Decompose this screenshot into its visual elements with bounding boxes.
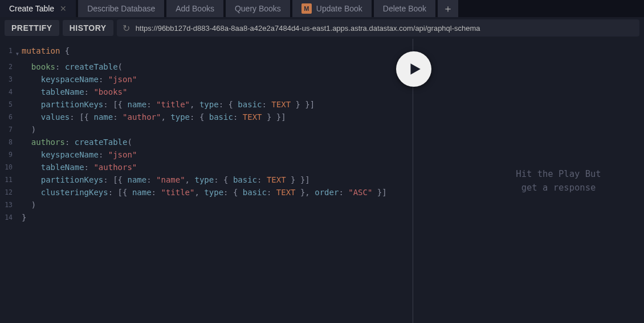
line-number: 14: [0, 211, 16, 224]
tab-create-table[interactable]: Create Table ✕: [0, 0, 76, 17]
add-tab-button[interactable]: ＋: [438, 0, 458, 17]
fold-gutter: [16, 148, 22, 161]
results-hint: Hit the Play But get a response: [473, 167, 644, 195]
line-number: 8: [0, 136, 16, 148]
fold-gutter: [16, 136, 22, 148]
code-content: ): [22, 199, 413, 211]
code-line: 3 keyspaceName: "json": [0, 73, 413, 86]
code-content: partitionKeys: [{ name: "name", type: { …: [22, 173, 413, 186]
fold-gutter: [16, 111, 22, 123]
code-content: tableName: "books": [22, 86, 413, 98]
line-number: 7: [0, 123, 16, 136]
code-line: 6 values: [{ name: "author", type: { bas…: [0, 111, 413, 123]
code-content: authors: createTable(: [22, 136, 413, 148]
tab-delete-book[interactable]: Delete Book: [374, 0, 435, 17]
line-number: 11: [0, 173, 16, 186]
fold-gutter: [16, 186, 22, 199]
code-line: 11 partitionKeys: [{ name: "name", type:…: [0, 173, 413, 186]
line-number: 9: [0, 148, 16, 161]
tab-label: Add Books: [176, 4, 214, 13]
fold-gutter: [16, 199, 22, 211]
code-line: 12 clusteringKeys: [{ name: "title", typ…: [0, 186, 413, 199]
code-content: clusteringKeys: [{ name: "title", type: …: [22, 186, 413, 199]
tab-label: Update Book: [316, 4, 362, 13]
close-icon[interactable]: ✕: [60, 4, 67, 13]
line-number: 6: [0, 111, 16, 123]
tab-query-books[interactable]: Query Books: [226, 0, 290, 17]
fold-gutter: [16, 73, 22, 86]
main-area: 1▼mutation {2 books: createTable(3 keysp…: [0, 39, 644, 323]
tab-describe-database[interactable]: Describe Database: [78, 0, 164, 17]
history-button[interactable]: HISTORY: [63, 20, 113, 36]
fold-gutter: ▼: [16, 45, 22, 60]
endpoint-input[interactable]: ↻ https://96bb127d-d883-468a-8aa8-a42e2a…: [117, 19, 639, 37]
code-line: 7 ): [0, 123, 413, 136]
prettify-button[interactable]: PRETTIFY: [5, 20, 59, 36]
line-number: 13: [0, 199, 16, 211]
plus-icon: ＋: [443, 2, 453, 15]
fold-gutter: [16, 86, 22, 98]
tab-label: Query Books: [235, 4, 281, 13]
fold-gutter: [16, 123, 22, 136]
code-content: ): [22, 123, 413, 136]
line-number: 2: [0, 60, 16, 73]
code-content: keyspaceName: "json": [22, 148, 413, 161]
line-number: 10: [0, 161, 16, 173]
code-line: 8 authors: createTable(: [0, 136, 413, 148]
code-content: books: createTable(: [22, 60, 413, 73]
line-number: 12: [0, 186, 16, 199]
endpoint-url: https://96bb127d-d883-468a-8aa8-a42e2a74…: [136, 24, 480, 33]
code-line: 2 books: createTable(: [0, 60, 413, 73]
code-content: tableName: "authors": [22, 161, 413, 173]
line-number: 3: [0, 73, 16, 86]
line-number: 4: [0, 86, 16, 98]
tab-label: Delete Book: [383, 4, 426, 13]
tab-label: Create Table: [9, 4, 54, 13]
reload-icon[interactable]: ↻: [123, 23, 130, 34]
code-content: values: [{ name: "author", type: { basic…: [22, 111, 413, 123]
fold-gutter: [16, 98, 22, 111]
fold-gutter: [16, 60, 22, 73]
play-icon: [407, 62, 422, 76]
tab-update-book[interactable]: M Update Book: [292, 0, 372, 17]
line-number: 1: [0, 45, 16, 60]
code-line: 14}: [0, 211, 413, 224]
fold-gutter: [16, 211, 22, 224]
fold-gutter: [16, 173, 22, 186]
code-content: keyspaceName: "json": [22, 73, 413, 86]
code-content: }: [22, 211, 413, 224]
code-line: 10 tableName: "authors": [0, 161, 413, 173]
code-line: 13 ): [0, 199, 413, 211]
fold-gutter: [16, 161, 22, 173]
code-content: mutation {: [22, 45, 413, 60]
toolbar: PRETTIFY HISTORY ↻ https://96bb127d-d883…: [0, 17, 644, 39]
query-editor[interactable]: 1▼mutation {2 books: createTable(3 keysp…: [0, 39, 413, 323]
code-line: 4 tableName: "books": [0, 86, 413, 98]
tab-bar: Create Table ✕ Describe Database Add Boo…: [0, 0, 644, 17]
line-number: 5: [0, 98, 16, 111]
code-line: 1▼mutation {: [0, 45, 413, 60]
code-content: partitionKeys: [{ name: "title", type: {…: [22, 98, 413, 111]
play-button[interactable]: [396, 51, 431, 87]
results-pane: Hit the Play But get a response: [413, 39, 644, 323]
code-line: 5 partitionKeys: [{ name: "title", type:…: [0, 98, 413, 111]
code-line: 9 keyspaceName: "json": [0, 148, 413, 161]
tab-add-books[interactable]: Add Books: [166, 0, 223, 17]
tab-label: Describe Database: [87, 4, 155, 13]
modified-badge: M: [301, 3, 312, 14]
